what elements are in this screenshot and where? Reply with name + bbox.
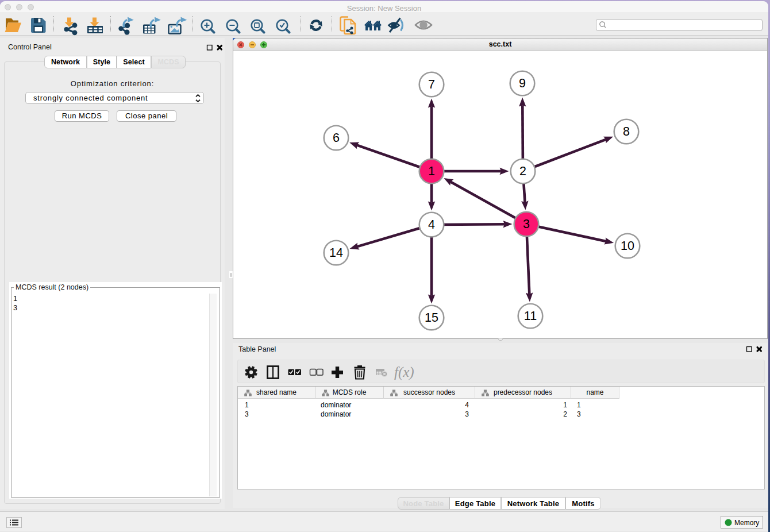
svg-text:6: 6 [333, 131, 340, 145]
svg-text:3: 3 [523, 217, 530, 231]
svg-text:1: 1 [428, 164, 435, 178]
svg-text:2: 2 [519, 164, 526, 178]
svg-text:8: 8 [623, 125, 630, 138]
svg-text:4: 4 [428, 218, 435, 232]
svg-text:f(x): f(x) [394, 364, 414, 380]
svg-text:11: 11 [524, 309, 537, 323]
svg-text:10: 10 [621, 239, 634, 253]
svg-text:7: 7 [428, 78, 435, 91]
svg-text:15: 15 [425, 311, 438, 325]
svg-text:9: 9 [519, 76, 526, 90]
svg-text:14: 14 [329, 246, 343, 260]
